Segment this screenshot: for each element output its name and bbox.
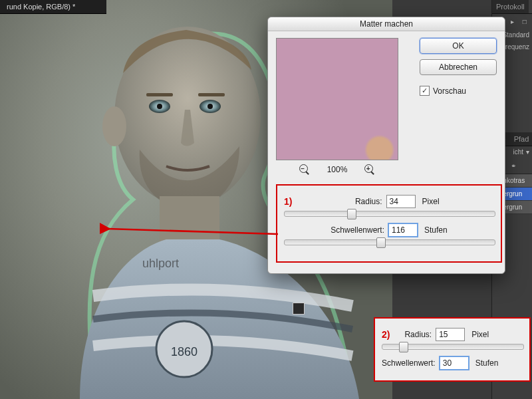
radius-slider[interactable] xyxy=(382,344,524,350)
svg-rect-6 xyxy=(146,93,173,96)
radius-label: Radius: xyxy=(404,330,432,339)
stop-icon[interactable]: □ xyxy=(519,16,529,27)
radius-input[interactable]: 15 xyxy=(436,328,465,341)
threshold-unit: Stufen xyxy=(475,358,499,368)
slider-thumb[interactable] xyxy=(399,342,408,352)
tab-aktionen[interactable]: Aktionen xyxy=(529,0,532,13)
zoom-in-icon[interactable]: + xyxy=(364,164,375,175)
radius-slider[interactable] xyxy=(284,211,495,217)
cancel-button[interactable]: Abbrechen xyxy=(420,59,497,75)
chevron-right-icon[interactable]: ▸ xyxy=(507,16,517,27)
annotation-marker-1: 1) xyxy=(284,196,292,207)
slider-thumb[interactable] xyxy=(347,209,356,219)
zoom-controls: − 100% + xyxy=(276,164,398,175)
radius-unit: Pixel xyxy=(471,330,489,339)
param-box-2: 2) Radius: 15 Pixel Schwellenwert: 30 St… xyxy=(374,317,531,382)
param-box-1: 1) Radius: 34 Pixel Schwellenwert: 116 S… xyxy=(276,184,502,263)
preview-checkbox[interactable]: ✓ Vorschau xyxy=(420,86,497,96)
radius-label: Radius: xyxy=(355,197,382,206)
svg-text:uhlport: uhlport xyxy=(142,257,179,270)
folder-label: Standard xyxy=(502,31,529,39)
checkbox-icon: ✓ xyxy=(420,86,430,96)
svg-rect-8 xyxy=(160,196,219,243)
dialog-preview[interactable] xyxy=(276,38,398,160)
zoom-out-icon[interactable]: − xyxy=(299,164,310,175)
dropdown-icon[interactable]: ▾ xyxy=(526,148,529,156)
svg-point-1 xyxy=(102,106,126,146)
preview-checkbox-label: Vorschau xyxy=(433,86,466,96)
mask-toggle-icon[interactable] xyxy=(293,303,305,315)
link-icon[interactable]: ⚭ xyxy=(508,160,519,171)
annotation-marker-2: 2) xyxy=(382,329,390,340)
threshold-label: Schwellenwert: xyxy=(331,225,384,235)
svg-text:1860: 1860 xyxy=(171,345,198,358)
threshold-unit: Stufen xyxy=(424,225,448,235)
radius-input[interactable]: 34 xyxy=(386,195,416,208)
opacity-label: icht xyxy=(513,148,523,156)
threshold-input[interactable]: 116 xyxy=(388,223,418,237)
dialog-title: Matter machen xyxy=(268,17,505,31)
folder-label: Frequenz xyxy=(501,43,529,51)
tab-protokoll[interactable]: Protokoll xyxy=(492,0,529,13)
svg-point-5 xyxy=(207,104,213,109)
threshold-label: Schwellenwert: xyxy=(382,358,436,368)
radius-unit: Pixel xyxy=(422,197,440,206)
history-actions-tabs: Protokoll Aktionen xyxy=(492,0,532,14)
threshold-input[interactable]: 30 xyxy=(440,356,469,370)
ok-button[interactable]: OK xyxy=(420,38,497,54)
threshold-slider[interactable] xyxy=(284,239,495,245)
tab-pfade[interactable]: Pfad xyxy=(510,132,532,146)
slider-thumb[interactable] xyxy=(376,237,386,248)
dialog-matter-machen: Matter machen − 100% + OK Abbrechen ✓ Vo… xyxy=(267,17,505,274)
document-tab[interactable]: rund Kopie, RGB/8) * xyxy=(0,0,106,14)
zoom-level: 100% xyxy=(327,165,348,174)
svg-point-4 xyxy=(157,104,162,109)
svg-rect-7 xyxy=(198,93,225,96)
